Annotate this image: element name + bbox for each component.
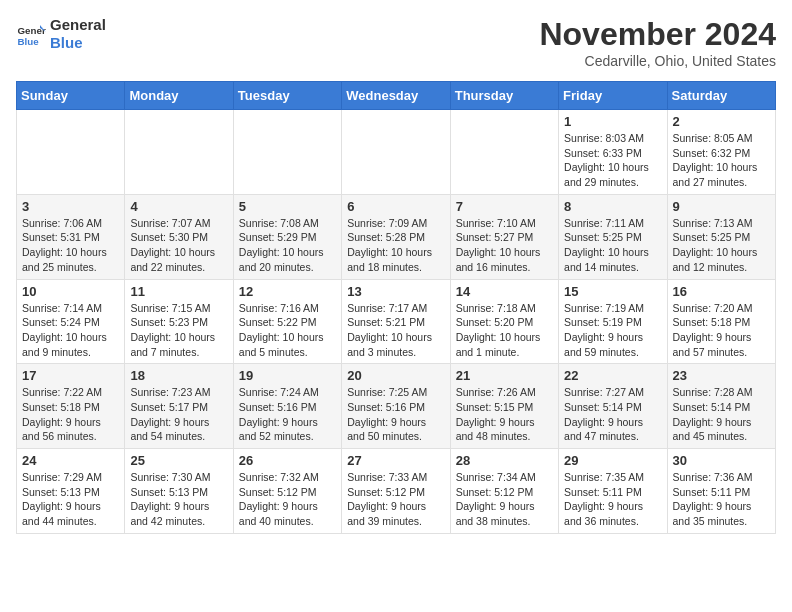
- day-number: 9: [673, 199, 770, 214]
- day-info: Sunrise: 7:17 AMSunset: 5:21 PMDaylight:…: [347, 301, 444, 360]
- calendar-cell: [17, 110, 125, 195]
- logo-general-text: General: [50, 16, 106, 34]
- calendar-cell: [450, 110, 558, 195]
- day-info: Sunrise: 7:23 AMSunset: 5:17 PMDaylight:…: [130, 385, 227, 444]
- calendar-cell: 12Sunrise: 7:16 AMSunset: 5:22 PMDayligh…: [233, 279, 341, 364]
- calendar-cell: 22Sunrise: 7:27 AMSunset: 5:14 PMDayligh…: [559, 364, 667, 449]
- weekday-header-tuesday: Tuesday: [233, 82, 341, 110]
- calendar-cell: 23Sunrise: 7:28 AMSunset: 5:14 PMDayligh…: [667, 364, 775, 449]
- day-info: Sunrise: 7:26 AMSunset: 5:15 PMDaylight:…: [456, 385, 553, 444]
- calendar-cell: 27Sunrise: 7:33 AMSunset: 5:12 PMDayligh…: [342, 449, 450, 534]
- calendar-cell: 28Sunrise: 7:34 AMSunset: 5:12 PMDayligh…: [450, 449, 558, 534]
- day-number: 7: [456, 199, 553, 214]
- calendar-cell: 13Sunrise: 7:17 AMSunset: 5:21 PMDayligh…: [342, 279, 450, 364]
- calendar-cell: 25Sunrise: 7:30 AMSunset: 5:13 PMDayligh…: [125, 449, 233, 534]
- day-number: 23: [673, 368, 770, 383]
- day-number: 16: [673, 284, 770, 299]
- calendar-cell: 6Sunrise: 7:09 AMSunset: 5:28 PMDaylight…: [342, 194, 450, 279]
- day-number: 19: [239, 368, 336, 383]
- calendar-cell: 2Sunrise: 8:05 AMSunset: 6:32 PMDaylight…: [667, 110, 775, 195]
- calendar-cell: 14Sunrise: 7:18 AMSunset: 5:20 PMDayligh…: [450, 279, 558, 364]
- calendar-cell: 15Sunrise: 7:19 AMSunset: 5:19 PMDayligh…: [559, 279, 667, 364]
- day-info: Sunrise: 7:15 AMSunset: 5:23 PMDaylight:…: [130, 301, 227, 360]
- day-info: Sunrise: 7:07 AMSunset: 5:30 PMDaylight:…: [130, 216, 227, 275]
- calendar-cell: 3Sunrise: 7:06 AMSunset: 5:31 PMDaylight…: [17, 194, 125, 279]
- calendar-cell: 26Sunrise: 7:32 AMSunset: 5:12 PMDayligh…: [233, 449, 341, 534]
- day-number: 22: [564, 368, 661, 383]
- calendar-title-area: November 2024 Cedarville, Ohio, United S…: [539, 16, 776, 69]
- calendar-cell: 20Sunrise: 7:25 AMSunset: 5:16 PMDayligh…: [342, 364, 450, 449]
- logo-icon: General Blue: [16, 19, 46, 49]
- day-info: Sunrise: 7:32 AMSunset: 5:12 PMDaylight:…: [239, 470, 336, 529]
- day-info: Sunrise: 7:29 AMSunset: 5:13 PMDaylight:…: [22, 470, 119, 529]
- calendar-cell: [342, 110, 450, 195]
- day-number: 18: [130, 368, 227, 383]
- day-info: Sunrise: 7:08 AMSunset: 5:29 PMDaylight:…: [239, 216, 336, 275]
- day-info: Sunrise: 7:13 AMSunset: 5:25 PMDaylight:…: [673, 216, 770, 275]
- calendar-week-5: 24Sunrise: 7:29 AMSunset: 5:13 PMDayligh…: [17, 449, 776, 534]
- day-number: 25: [130, 453, 227, 468]
- day-number: 11: [130, 284, 227, 299]
- weekday-header-friday: Friday: [559, 82, 667, 110]
- day-info: Sunrise: 7:18 AMSunset: 5:20 PMDaylight:…: [456, 301, 553, 360]
- day-info: Sunrise: 7:22 AMSunset: 5:18 PMDaylight:…: [22, 385, 119, 444]
- calendar-cell: [233, 110, 341, 195]
- day-info: Sunrise: 7:34 AMSunset: 5:12 PMDaylight:…: [456, 470, 553, 529]
- calendar-table: SundayMondayTuesdayWednesdayThursdayFrid…: [16, 81, 776, 534]
- calendar-cell: 19Sunrise: 7:24 AMSunset: 5:16 PMDayligh…: [233, 364, 341, 449]
- weekday-header-wednesday: Wednesday: [342, 82, 450, 110]
- day-info: Sunrise: 7:16 AMSunset: 5:22 PMDaylight:…: [239, 301, 336, 360]
- weekday-header-row: SundayMondayTuesdayWednesdayThursdayFrid…: [17, 82, 776, 110]
- calendar-cell: 8Sunrise: 7:11 AMSunset: 5:25 PMDaylight…: [559, 194, 667, 279]
- calendar-cell: [125, 110, 233, 195]
- day-number: 24: [22, 453, 119, 468]
- day-number: 29: [564, 453, 661, 468]
- day-number: 28: [456, 453, 553, 468]
- day-number: 2: [673, 114, 770, 129]
- calendar-cell: 24Sunrise: 7:29 AMSunset: 5:13 PMDayligh…: [17, 449, 125, 534]
- day-info: Sunrise: 7:09 AMSunset: 5:28 PMDaylight:…: [347, 216, 444, 275]
- calendar-week-2: 3Sunrise: 7:06 AMSunset: 5:31 PMDaylight…: [17, 194, 776, 279]
- day-number: 3: [22, 199, 119, 214]
- day-number: 30: [673, 453, 770, 468]
- day-number: 26: [239, 453, 336, 468]
- weekday-header-monday: Monday: [125, 82, 233, 110]
- logo-blue-text: Blue: [50, 34, 106, 52]
- day-info: Sunrise: 7:06 AMSunset: 5:31 PMDaylight:…: [22, 216, 119, 275]
- day-info: Sunrise: 7:24 AMSunset: 5:16 PMDaylight:…: [239, 385, 336, 444]
- calendar-cell: 7Sunrise: 7:10 AMSunset: 5:27 PMDaylight…: [450, 194, 558, 279]
- calendar-cell: 30Sunrise: 7:36 AMSunset: 5:11 PMDayligh…: [667, 449, 775, 534]
- day-info: Sunrise: 7:30 AMSunset: 5:13 PMDaylight:…: [130, 470, 227, 529]
- calendar-cell: 21Sunrise: 7:26 AMSunset: 5:15 PMDayligh…: [450, 364, 558, 449]
- calendar-cell: 17Sunrise: 7:22 AMSunset: 5:18 PMDayligh…: [17, 364, 125, 449]
- day-info: Sunrise: 7:35 AMSunset: 5:11 PMDaylight:…: [564, 470, 661, 529]
- day-info: Sunrise: 7:33 AMSunset: 5:12 PMDaylight:…: [347, 470, 444, 529]
- day-info: Sunrise: 7:25 AMSunset: 5:16 PMDaylight:…: [347, 385, 444, 444]
- calendar-cell: 1Sunrise: 8:03 AMSunset: 6:33 PMDaylight…: [559, 110, 667, 195]
- day-number: 13: [347, 284, 444, 299]
- day-info: Sunrise: 8:05 AMSunset: 6:32 PMDaylight:…: [673, 131, 770, 190]
- day-number: 17: [22, 368, 119, 383]
- calendar-cell: 18Sunrise: 7:23 AMSunset: 5:17 PMDayligh…: [125, 364, 233, 449]
- day-number: 10: [22, 284, 119, 299]
- calendar-cell: 4Sunrise: 7:07 AMSunset: 5:30 PMDaylight…: [125, 194, 233, 279]
- day-number: 20: [347, 368, 444, 383]
- day-number: 21: [456, 368, 553, 383]
- month-year-title: November 2024: [539, 16, 776, 53]
- calendar-cell: 11Sunrise: 7:15 AMSunset: 5:23 PMDayligh…: [125, 279, 233, 364]
- calendar-week-4: 17Sunrise: 7:22 AMSunset: 5:18 PMDayligh…: [17, 364, 776, 449]
- calendar-cell: 5Sunrise: 7:08 AMSunset: 5:29 PMDaylight…: [233, 194, 341, 279]
- day-info: Sunrise: 7:11 AMSunset: 5:25 PMDaylight:…: [564, 216, 661, 275]
- day-number: 4: [130, 199, 227, 214]
- day-info: Sunrise: 7:14 AMSunset: 5:24 PMDaylight:…: [22, 301, 119, 360]
- day-info: Sunrise: 7:10 AMSunset: 5:27 PMDaylight:…: [456, 216, 553, 275]
- calendar-week-1: 1Sunrise: 8:03 AMSunset: 6:33 PMDaylight…: [17, 110, 776, 195]
- location-text: Cedarville, Ohio, United States: [539, 53, 776, 69]
- calendar-cell: 9Sunrise: 7:13 AMSunset: 5:25 PMDaylight…: [667, 194, 775, 279]
- day-number: 8: [564, 199, 661, 214]
- day-number: 12: [239, 284, 336, 299]
- day-info: Sunrise: 7:19 AMSunset: 5:19 PMDaylight:…: [564, 301, 661, 360]
- day-info: Sunrise: 7:28 AMSunset: 5:14 PMDaylight:…: [673, 385, 770, 444]
- svg-text:Blue: Blue: [18, 36, 40, 47]
- day-info: Sunrise: 8:03 AMSunset: 6:33 PMDaylight:…: [564, 131, 661, 190]
